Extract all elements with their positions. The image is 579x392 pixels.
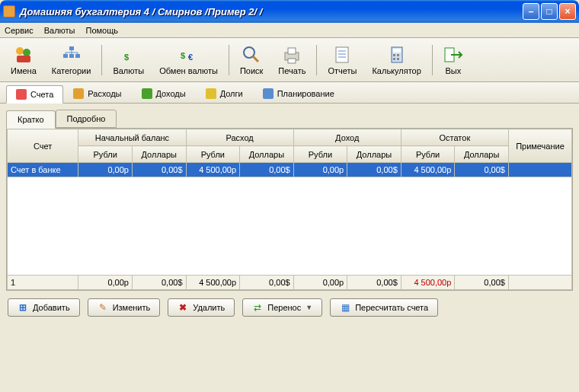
toolbar-reports-label: Отчеты xyxy=(328,66,357,75)
menu-help[interactable]: Помощь xyxy=(86,26,119,35)
toolbar-names[interactable]: Имена xyxy=(3,42,44,78)
maximize-button[interactable]: □ xyxy=(541,3,558,20)
subtab-detail-label: Подробно xyxy=(67,114,106,123)
debts-icon xyxy=(206,88,216,99)
svg-rect-20 xyxy=(393,49,401,53)
col-expense[interactable]: Расход xyxy=(186,129,293,146)
tab-expenses-label: Расходы xyxy=(88,89,121,98)
search-icon xyxy=(242,45,261,65)
svg-rect-23 xyxy=(393,58,395,60)
content-area: Кратко Подробно Счет Начальный баланс Ра… xyxy=(0,104,579,324)
window-title: Домашняя бухгалтерия 4 / Смирнов /Пример… xyxy=(20,6,523,18)
toolbar-currencies-label: Валюты xyxy=(113,66,144,75)
edit-button[interactable]: ✎ Изменить xyxy=(88,298,161,317)
svg-rect-21 xyxy=(393,54,395,56)
toolbar-search[interactable]: Поиск xyxy=(232,42,270,78)
tab-debts[interactable]: Долги xyxy=(196,84,253,103)
col-note[interactable]: Примечание xyxy=(508,129,571,163)
transfer-button[interactable]: ⇄ Перенос ▼ xyxy=(242,298,322,317)
grid-empty-area[interactable] xyxy=(7,177,572,275)
delete-button[interactable]: ✖ Удалить xyxy=(168,298,235,317)
toolbar-exit[interactable]: Вых xyxy=(436,42,471,78)
pencil-icon: ✎ xyxy=(98,302,108,313)
subtab-detail[interactable]: Подробно xyxy=(56,110,117,128)
people-icon xyxy=(14,45,34,65)
subtab-brief[interactable]: Кратко xyxy=(6,110,56,129)
toolbar-calculator-label: Калькулятор xyxy=(372,66,421,75)
printer-icon xyxy=(282,45,302,65)
toolbar-categories[interactable]: Категории xyxy=(44,42,99,78)
menu-currencies[interactable]: Валюты xyxy=(44,26,75,35)
toolbar-search-label: Поиск xyxy=(240,66,263,75)
col-start-usd[interactable]: Доллары xyxy=(132,146,186,163)
toolbar-print-label: Печать xyxy=(278,66,305,75)
add-button-label: Добавить xyxy=(33,303,70,312)
cell-rem-usd: 0,00$ xyxy=(455,163,509,177)
toolbar-reports[interactable]: Отчеты xyxy=(320,42,364,78)
total-inc-usd: 0,00$ xyxy=(347,276,401,290)
svg-rect-4 xyxy=(63,54,68,58)
total-count: 1 xyxy=(8,276,78,290)
recalc-button[interactable]: ▦ Пересчитать счета xyxy=(330,298,438,317)
svg-rect-15 xyxy=(336,47,348,62)
toolbar-names-label: Имена xyxy=(11,66,37,75)
menu-service[interactable]: Сервис xyxy=(5,26,34,35)
toolbar-exchange[interactable]: $€ Обмен валюты xyxy=(152,42,226,78)
col-exp-usd[interactable]: Доллары xyxy=(240,146,294,163)
cell-exp-rub: 4 500,00р xyxy=(186,163,240,177)
report-icon xyxy=(332,45,352,65)
close-button[interactable]: × xyxy=(559,3,576,20)
col-exp-rub[interactable]: Рубли xyxy=(186,146,240,163)
toolbar-separator xyxy=(229,45,229,75)
col-start-balance[interactable]: Начальный баланс xyxy=(78,129,186,146)
svg-point-10 xyxy=(244,47,254,58)
tab-expenses[interactable]: Расходы xyxy=(63,84,131,103)
total-rem-rub: 4 500,00р xyxy=(401,276,455,290)
svg-rect-24 xyxy=(397,58,399,60)
col-inc-rub[interactable]: Рубли xyxy=(293,146,347,163)
toolbar-calculator[interactable]: Калькулятор xyxy=(364,42,428,78)
cell-inc-rub: 0,00р xyxy=(293,163,347,177)
col-remainder[interactable]: Остаток xyxy=(401,129,508,146)
toolbar-separator xyxy=(316,45,317,75)
svg-line-11 xyxy=(253,56,258,62)
tab-accounts-label: Счета xyxy=(30,90,53,99)
titlebar: Домашняя бухгалтерия 4 / Смирнов /Пример… xyxy=(0,0,579,23)
col-income[interactable]: Доход xyxy=(293,129,401,146)
toolbar-separator xyxy=(432,45,433,75)
toolbar-exchange-label: Обмен валюты xyxy=(159,66,218,75)
tab-income[interactable]: Доходы xyxy=(132,84,196,103)
edit-button-label: Изменить xyxy=(113,303,151,312)
add-button[interactable]: ⊞ Добавить xyxy=(8,298,80,317)
button-bar: ⊞ Добавить ✎ Изменить ✖ Удалить ⇄ Перено… xyxy=(6,291,573,318)
cell-note xyxy=(508,163,571,177)
table-row[interactable]: Счет в банке 0,00р 0,00$ 4 500,00р 0,00$… xyxy=(8,163,572,177)
toolbar-print[interactable]: Печать xyxy=(270,42,313,78)
tab-accounts[interactable]: Счета xyxy=(6,85,63,104)
svg-rect-5 xyxy=(69,54,74,58)
accounts-grid: Счет Начальный баланс Расход Доход Остат… xyxy=(6,128,573,291)
toolbar-currencies[interactable]: $ Валюты xyxy=(105,42,152,78)
subtabs: Кратко Подробно xyxy=(6,110,573,128)
subtab-brief-label: Кратко xyxy=(18,115,44,124)
col-rem-rub[interactable]: Рубли xyxy=(401,146,455,163)
col-inc-usd[interactable]: Доллары xyxy=(347,146,401,163)
col-account[interactable]: Счет xyxy=(8,129,78,163)
transfer-button-label: Перенос xyxy=(267,303,301,312)
svg-rect-22 xyxy=(397,54,399,56)
svg-rect-2 xyxy=(17,56,30,62)
plus-icon: ⊞ xyxy=(18,302,28,313)
col-rem-usd[interactable]: Доллары xyxy=(455,146,509,163)
cell-exp-usd: 0,00$ xyxy=(240,163,294,177)
toolbar-separator xyxy=(101,45,102,75)
main-tabbar: Счета Расходы Доходы Долги Планирование xyxy=(0,82,579,104)
cell-start-rub: 0,00р xyxy=(78,163,133,177)
tab-planning-label: Планирование xyxy=(277,89,334,98)
svg-rect-6 xyxy=(75,54,80,58)
toolbar-categories-label: Категории xyxy=(52,66,91,75)
cell-rem-rub: 4 500,00р xyxy=(401,163,455,177)
minimize-button[interactable]: – xyxy=(523,3,539,20)
expenses-icon xyxy=(73,88,84,99)
col-start-rub[interactable]: Рубли xyxy=(78,146,133,163)
tab-planning[interactable]: Планирование xyxy=(253,84,344,103)
